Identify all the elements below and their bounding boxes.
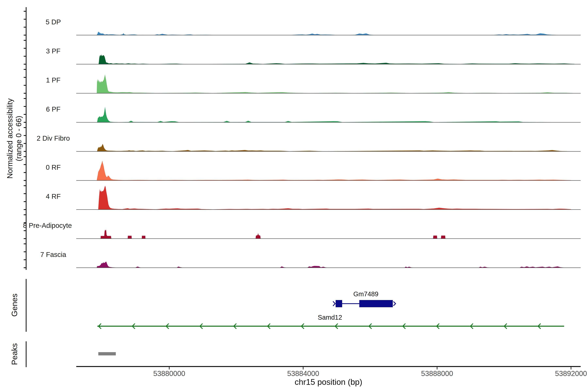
section-label-genes: Genes — [10, 294, 19, 316]
y-axis-title-line2: (range 0 - 66) — [14, 116, 23, 161]
gene-direction-arrow-icon — [333, 301, 335, 306]
track-signal-area — [97, 144, 569, 152]
gene-name-label: Samd12 — [318, 314, 342, 321]
gene-exon — [359, 300, 393, 307]
track-label: 1 PF — [46, 76, 60, 84]
gene-name-label: Gm7489 — [353, 290, 378, 298]
section-label-peaks: Peaks — [10, 343, 19, 365]
track-label: 8 Pre-Adipocyte — [23, 222, 72, 230]
track-signal-area — [98, 186, 571, 210]
track-signal-area — [99, 54, 574, 64]
x-axis-title: chr15 position (bp) — [295, 377, 362, 387]
x-axis-tick-label: 53888000 — [421, 370, 453, 378]
track-label: 3 PF — [46, 47, 60, 55]
x-axis-tick-label: 53892000 — [555, 370, 587, 378]
track-label: 4 RF — [46, 192, 61, 200]
gene-direction-arrow-icon — [394, 302, 396, 306]
gene-exon — [336, 300, 342, 307]
track-signal-area — [100, 230, 446, 239]
track-signal-area — [97, 74, 573, 93]
genome-browser-figure: Normalized accessibility (range 0 - 66) … — [0, 0, 588, 392]
track-label: 0 RF — [46, 164, 61, 171]
track-label: 2 Div Fibro — [37, 134, 70, 142]
track-signal-area — [97, 262, 564, 268]
peak-bar — [98, 352, 116, 356]
x-axis-tick-label: 53880000 — [153, 370, 185, 378]
track-label: 6 PF — [46, 105, 60, 113]
y-axis-title-line1: Normalized accessibility — [6, 98, 14, 179]
track-label: 7 Fascia — [40, 251, 66, 258]
track-signal-area — [97, 160, 571, 180]
plot-canvas — [0, 0, 588, 392]
x-axis-tick-label: 53884000 — [287, 370, 319, 378]
track-signal-area — [97, 107, 558, 122]
track-label: 5 DP — [46, 18, 61, 26]
track-signal-area — [96, 32, 568, 35]
